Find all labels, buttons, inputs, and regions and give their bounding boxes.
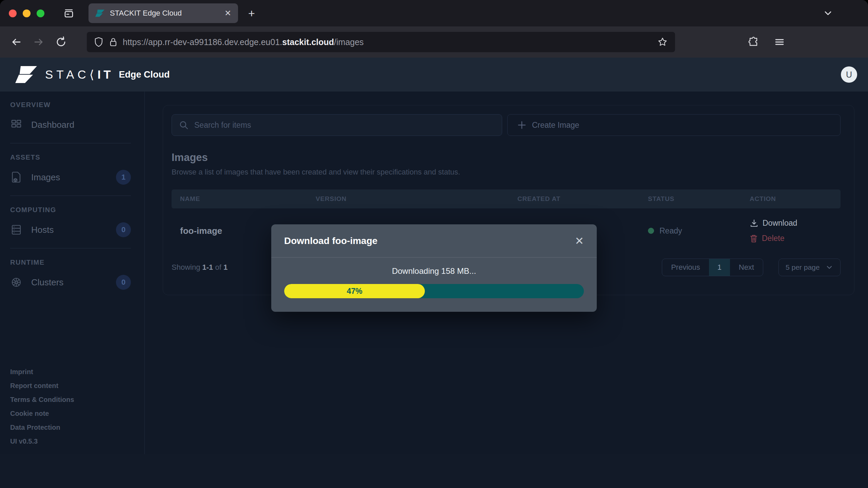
showing-summary: Showing 1-1 of 1 bbox=[172, 263, 228, 272]
section-label-overview: OVERVIEW bbox=[10, 101, 131, 109]
per-page-select[interactable]: 5 per page bbox=[778, 259, 841, 276]
modal-close-icon[interactable]: ✕ bbox=[575, 236, 584, 246]
sidebar-item-images[interactable]: Images 1 bbox=[10, 168, 131, 186]
url-prefix: https://app.rr-dev-a991186.dev.edge.eu01… bbox=[123, 37, 282, 47]
sidebar-item-hosts[interactable]: Hosts 0 bbox=[10, 221, 131, 239]
maximize-window-button[interactable] bbox=[37, 9, 44, 17]
modal-header: Download foo-image ✕ bbox=[271, 224, 597, 258]
stackit-favicon-icon bbox=[95, 9, 104, 17]
footer-link-data-protection[interactable]: Data Protection bbox=[10, 424, 131, 431]
brand-k-glyph: ⟨ bbox=[90, 68, 98, 81]
tab-list-chevron-icon[interactable] bbox=[822, 7, 834, 19]
download-icon bbox=[750, 219, 758, 228]
hosts-count-badge: 0 bbox=[116, 222, 131, 237]
download-action-button[interactable]: Download bbox=[750, 219, 797, 228]
pager: Previous 1 Next bbox=[662, 259, 763, 276]
images-count-badge: 1 bbox=[116, 170, 131, 185]
page-description: Browse a list of images that have been c… bbox=[172, 168, 841, 177]
table-header-row: NAME VERSION CREATED AT STATUS ACTION bbox=[172, 189, 841, 208]
search-icon bbox=[179, 120, 189, 130]
divider bbox=[10, 143, 131, 143]
sidebar-item-clusters[interactable]: Clusters 0 bbox=[10, 273, 131, 291]
trash-icon bbox=[750, 234, 758, 243]
sidebar-item-label: Dashboard bbox=[31, 120, 74, 130]
current-page-button[interactable]: 1 bbox=[709, 259, 730, 276]
app-header: STAC⟨IT Edge Cloud U bbox=[0, 58, 868, 92]
tab-title: STACKIT Edge Cloud bbox=[110, 9, 220, 18]
brand-stac: STAC bbox=[45, 68, 90, 81]
brand-it: IT bbox=[97, 68, 113, 81]
col-name: NAME bbox=[172, 195, 307, 203]
search-box[interactable] bbox=[172, 114, 502, 136]
reload-button[interactable] bbox=[55, 36, 67, 48]
sidebar-item-label: Clusters bbox=[31, 277, 63, 288]
bookmark-star-icon[interactable] bbox=[657, 37, 668, 47]
close-window-button[interactable] bbox=[9, 9, 17, 17]
image-file-icon bbox=[10, 171, 23, 183]
col-status: STATUS bbox=[639, 195, 741, 203]
download-status-text: Downloading 158 MB... bbox=[284, 266, 584, 276]
modal-title: Download foo-image bbox=[284, 236, 377, 246]
window-controls bbox=[9, 9, 44, 17]
col-action: ACTION bbox=[741, 195, 841, 203]
col-version: VERSION bbox=[307, 195, 509, 203]
of-word: of bbox=[215, 263, 221, 271]
url-domain: stackit.cloud bbox=[282, 37, 334, 47]
forward-button[interactable] bbox=[33, 36, 45, 48]
lock-icon[interactable] bbox=[109, 37, 117, 47]
modal-body: Downloading 158 MB... 47% bbox=[271, 258, 597, 312]
create-image-label: Create Image bbox=[532, 121, 579, 130]
showing-total: 1 bbox=[223, 263, 228, 271]
footer-link-imprint[interactable]: Imprint bbox=[10, 368, 131, 376]
sidebar: OVERVIEW Dashboard ASSETS bbox=[0, 92, 145, 454]
new-tab-button[interactable]: + bbox=[248, 7, 255, 19]
divider bbox=[10, 196, 131, 196]
footer-ui-version: UI v0.5.3 bbox=[10, 438, 131, 445]
sidebar-item-dashboard[interactable]: Dashboard bbox=[10, 116, 131, 134]
menu-hamburger-icon[interactable] bbox=[774, 37, 785, 47]
footer-link-report-content[interactable]: Report content bbox=[10, 382, 131, 390]
brand-wordmark: STAC⟨IT bbox=[45, 68, 114, 81]
url-path: /images bbox=[334, 37, 364, 47]
extensions-puzzle-icon[interactable] bbox=[748, 37, 759, 47]
section-label-assets: ASSETS bbox=[10, 154, 131, 162]
delete-label: Delete bbox=[762, 234, 784, 243]
section-label-computing: COMPUTING bbox=[10, 206, 131, 214]
shield-icon[interactable] bbox=[94, 37, 103, 47]
next-page-button[interactable]: Next bbox=[730, 259, 763, 276]
browser-tab[interactable]: STACKIT Edge Cloud ✕ bbox=[88, 3, 238, 23]
status-ready-dot bbox=[648, 228, 654, 234]
minimize-window-button[interactable] bbox=[23, 9, 31, 17]
footer-link-cookie-note[interactable]: Cookie note bbox=[10, 410, 131, 418]
download-modal: Download foo-image ✕ Downloading 158 MB.… bbox=[271, 224, 597, 312]
search-input[interactable] bbox=[194, 121, 495, 130]
download-progress-label: 47% bbox=[347, 287, 362, 296]
browser-toolbar: https://app.rr-dev-a991186.dev.edge.eu01… bbox=[0, 26, 868, 58]
tab-close-icon[interactable]: ✕ bbox=[224, 9, 231, 17]
user-avatar[interactable]: U bbox=[841, 66, 857, 83]
row-actions: Download Delete bbox=[741, 219, 841, 243]
footer-link-terms[interactable]: Terms & Conditions bbox=[10, 396, 131, 404]
download-progress-track: 47% bbox=[284, 284, 584, 298]
toolbar-row: Create Image bbox=[172, 114, 841, 136]
create-image-button[interactable]: Create Image bbox=[507, 114, 841, 136]
delete-action-button[interactable]: Delete bbox=[750, 234, 784, 243]
plus-icon bbox=[517, 120, 527, 130]
browser-window: STACKIT Edge Cloud ✕ + bbox=[0, 0, 868, 488]
server-icon bbox=[10, 224, 23, 236]
back-button[interactable] bbox=[10, 36, 22, 48]
page-title: Images bbox=[172, 151, 841, 164]
sidebar-item-label: Hosts bbox=[31, 225, 54, 235]
per-page-value: 5 per page bbox=[786, 263, 820, 271]
clusters-count-badge: 0 bbox=[116, 275, 131, 290]
address-bar[interactable]: https://app.rr-dev-a991186.dev.edge.eu01… bbox=[87, 32, 675, 52]
product-name: Edge Cloud bbox=[119, 69, 170, 80]
tab-strip: STACKIT Edge Cloud ✕ + bbox=[0, 0, 868, 26]
previous-page-button[interactable]: Previous bbox=[662, 259, 709, 276]
download-label: Download bbox=[763, 219, 797, 228]
tab-overview-icon[interactable] bbox=[63, 8, 74, 19]
col-created-at: CREATED AT bbox=[509, 195, 639, 203]
chevron-down-icon bbox=[825, 263, 833, 271]
url-text: https://app.rr-dev-a991186.dev.edge.eu01… bbox=[123, 37, 364, 47]
showing-range: 1-1 bbox=[202, 263, 213, 271]
